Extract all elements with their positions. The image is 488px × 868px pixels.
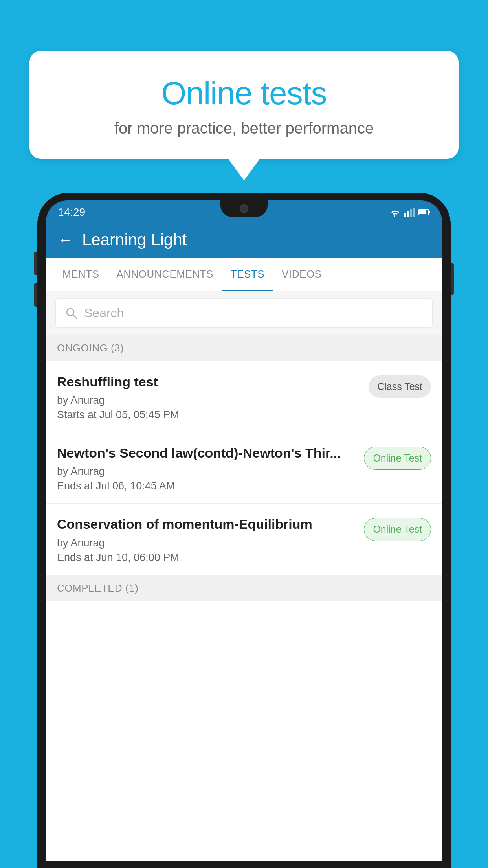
status-icons [389, 208, 430, 217]
search-placeholder: Search [84, 306, 124, 320]
tab-videos[interactable]: VIDEOS [273, 258, 330, 291]
test-info-2: Newton's Second law(contd)-Newton's Thir… [57, 444, 364, 492]
power-button [451, 263, 454, 295]
tab-announcements[interactable]: ANNOUNCEMENTS [108, 258, 222, 291]
app-header-title: Learning Light [82, 230, 187, 249]
volume-up-button [34, 252, 37, 275]
phone-screen: ← Learning Light MENTS ANNOUNCEMENTS TES… [46, 222, 442, 861]
test-title-2: Newton's Second law(contd)-Newton's Thir… [57, 444, 356, 462]
test-title-3: Conservation of momentum-Equilibrium [57, 515, 356, 533]
battery-icon [418, 209, 430, 216]
back-button[interactable]: ← [58, 232, 73, 248]
speech-bubble-arrow [228, 159, 260, 180]
status-time: 14:29 [58, 206, 85, 219]
status-bar: 14:29 [46, 200, 442, 222]
test-info-3: Conservation of momentum-Equilibrium by … [57, 515, 364, 563]
svg-rect-2 [407, 211, 409, 217]
svg-rect-6 [419, 210, 426, 214]
test-info-1: Reshuffling test by Anurag Starts at Jul… [57, 373, 369, 421]
test-date-2: Ends at Jul 06, 10:45 AM [57, 480, 356, 492]
svg-rect-3 [410, 209, 412, 217]
svg-rect-7 [429, 211, 430, 213]
test-date-3: Ends at Jun 10, 06:00 PM [57, 552, 356, 564]
svg-rect-1 [404, 213, 406, 217]
search-container: Search [46, 291, 442, 335]
test-item-conservation[interactable]: Conservation of momentum-Equilibrium by … [46, 504, 442, 575]
speech-bubble-title: Online tests [53, 75, 435, 112]
phone-container: 14:29 [37, 193, 451, 868]
test-badge-1: Class Test [369, 375, 431, 398]
phone-outer: 14:29 [37, 193, 451, 868]
tab-ments[interactable]: MENTS [54, 258, 108, 291]
search-icon [65, 307, 78, 320]
speech-bubble-subtitle: for more practice, better performance [53, 120, 435, 137]
wifi-icon [389, 208, 400, 217]
test-item-reshuffling[interactable]: Reshuffling test by Anurag Starts at Jul… [46, 361, 442, 432]
phone-notch [220, 200, 268, 217]
search-input-wrapper[interactable]: Search [55, 298, 433, 328]
test-item-newtons[interactable]: Newton's Second law(contd)-Newton's Thir… [46, 432, 442, 504]
tabs-container: MENTS ANNOUNCEMENTS TESTS VIDEOS [46, 258, 442, 291]
volume-down-button [34, 283, 37, 307]
test-author-3: by Anurag [57, 537, 356, 549]
test-date-1: Starts at Jul 05, 05:45 PM [57, 409, 361, 421]
svg-line-9 [73, 315, 77, 319]
ongoing-section-header: ONGOING (3) [46, 335, 442, 361]
phone-camera [240, 204, 248, 213]
tab-tests[interactable]: TESTS [222, 258, 273, 291]
speech-bubble-container: Online tests for more practice, better p… [29, 51, 459, 180]
test-title-1: Reshuffling test [57, 373, 361, 390]
test-author-2: by Anurag [57, 465, 356, 478]
completed-section-header: COMPLETED (1) [46, 575, 442, 601]
test-author-1: by Anurag [57, 394, 361, 406]
app-header: ← Learning Light [46, 222, 442, 258]
svg-rect-4 [413, 208, 415, 217]
test-badge-3: Online Test [364, 518, 431, 541]
test-badge-2: Online Test [364, 447, 431, 470]
signal-icon [404, 208, 415, 217]
svg-point-0 [394, 215, 395, 217]
speech-bubble: Online tests for more practice, better p… [29, 51, 459, 159]
